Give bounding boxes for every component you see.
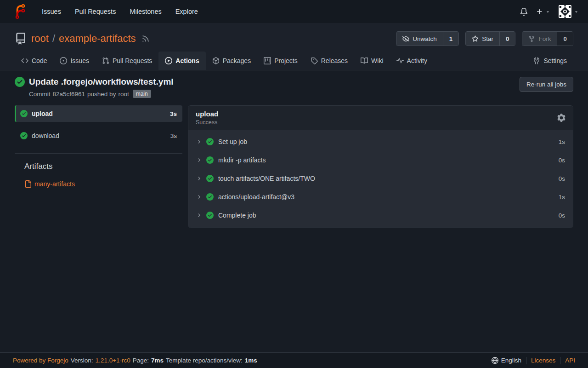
step-name: Complete job [218, 212, 256, 219]
chevron-right-icon [196, 213, 202, 218]
tab-issues[interactable]: Issues [53, 52, 95, 70]
code-icon [21, 57, 28, 64]
nav-pull-requests[interactable]: Pull Requests [68, 0, 123, 23]
breadcrumb-separator: / [52, 33, 55, 45]
success-check-icon [15, 77, 25, 87]
chevron-right-icon [196, 194, 202, 200]
issue-opened-icon [60, 57, 67, 64]
tab-settings[interactable]: Settings [526, 52, 573, 70]
tab-releases[interactable]: Releases [304, 52, 354, 70]
step-row-setup[interactable]: Set up job 1s [188, 132, 573, 151]
unwatch-button[interactable]: Unwatch [396, 32, 443, 46]
repo-tabs: Code Issues Pull Requests Actions Packag… [0, 52, 588, 70]
fork-count[interactable]: 0 [557, 32, 573, 46]
tab-actions[interactable]: Actions [158, 52, 205, 70]
globe-icon [492, 357, 498, 364]
fork-icon [528, 35, 535, 42]
rerun-all-jobs-button[interactable]: Re-run all jobs [520, 77, 573, 92]
rss-feed-icon[interactable] [141, 34, 150, 43]
step-duration: 0s [559, 212, 565, 219]
jobs-sidebar: upload 3s download 3s Artifacts many-art… [15, 105, 182, 188]
job-status-text: Success [196, 119, 218, 126]
job-detail-title: upload [196, 110, 218, 118]
nav-explore[interactable]: Explore [169, 0, 205, 23]
main-content: Update .forgejo/workflows/test.yml Commi… [0, 70, 588, 352]
star-button-group: Star 0 [465, 31, 515, 46]
version-link[interactable]: 1.21.0+1-rc0 [96, 357, 130, 364]
chevron-right-icon [196, 176, 202, 181]
success-check-icon [206, 175, 214, 182]
file-icon [24, 180, 32, 188]
watch-count[interactable]: 1 [443, 32, 459, 46]
tab-activity[interactable]: Activity [390, 52, 434, 70]
job-item-upload[interactable]: upload 3s [15, 105, 182, 122]
sidebar-divider [15, 153, 182, 154]
create-new-dropdown[interactable] [536, 8, 550, 15]
star-count[interactable]: 0 [499, 32, 515, 46]
step-duration: 1s [559, 138, 565, 145]
artifacts-section: Artifacts many-artifacts [24, 162, 182, 188]
repo-owner-link[interactable]: root [31, 33, 49, 45]
commit-sha-link[interactable]: 82a5cf6961 [53, 91, 85, 98]
star-button[interactable]: Star [466, 32, 499, 46]
success-check-icon [206, 156, 214, 164]
success-check-icon [20, 132, 28, 139]
step-name: Set up job [218, 138, 247, 145]
version-label: Version: [71, 357, 93, 364]
page-time: 7ms [151, 357, 164, 364]
artifact-link-many-artifacts[interactable]: many-artifacts [24, 180, 182, 188]
success-check-icon [20, 110, 28, 117]
branch-badge[interactable]: main [133, 90, 151, 98]
footer: Powered by Forgejo Version: 1.21.0+1-rc0… [0, 352, 588, 368]
user-avatar [559, 5, 571, 18]
forgejo-logo-icon[interactable] [13, 4, 28, 19]
tab-projects[interactable]: Projects [257, 52, 304, 70]
powered-by-link[interactable]: Powered by Forgejo [13, 357, 68, 364]
tag-icon [311, 57, 318, 64]
step-name: actions/upload-artifact@v3 [218, 193, 294, 201]
play-circle-icon [165, 57, 172, 64]
tools-icon [533, 57, 540, 64]
tab-pull-requests[interactable]: Pull Requests [96, 52, 158, 70]
gear-icon[interactable] [557, 114, 565, 122]
api-link[interactable]: API [565, 357, 575, 364]
step-name: touch artifacts/ONE artifacts/TWO [218, 175, 315, 182]
notifications-bell-icon[interactable] [520, 8, 528, 16]
step-row-touch[interactable]: touch artifacts/ONE artifacts/TWO 0s [188, 169, 573, 188]
job-detail-header: upload Success [188, 106, 573, 130]
licenses-link[interactable]: Licenses [531, 357, 555, 364]
job-steps-list: Set up job 1s mkdir -p artifacts 0s touc… [188, 130, 573, 228]
repo-header: root / example-artifacts Unwatch 1 Star … [0, 23, 588, 70]
repo-name-link[interactable]: example-artifacts [59, 33, 136, 45]
book-icon [361, 57, 368, 64]
footer-divider [560, 357, 560, 364]
tab-code[interactable]: Code [15, 52, 53, 70]
job-duration: 3s [170, 132, 177, 139]
success-check-icon [206, 138, 214, 145]
step-duration: 0s [559, 157, 565, 164]
language-selector[interactable]: English [492, 357, 521, 364]
nav-milestones[interactable]: Milestones [123, 0, 168, 23]
template-time: 1ms [245, 357, 257, 364]
user-menu-dropdown[interactable] [559, 5, 579, 18]
chevron-down-icon [574, 9, 579, 14]
package-icon [212, 57, 220, 64]
footer-divider [526, 357, 526, 364]
step-duration: 0s [559, 175, 565, 182]
pulse-icon [396, 57, 404, 64]
job-name: download [32, 132, 59, 139]
fork-button: Fork [522, 32, 557, 46]
plus-icon [536, 8, 543, 15]
job-item-download[interactable]: download 3s [15, 127, 182, 144]
git-pull-request-icon [102, 57, 109, 64]
project-board-icon [264, 57, 271, 64]
step-row-upload-artifact[interactable]: actions/upload-artifact@v3 1s [188, 188, 573, 206]
step-row-mkdir[interactable]: mkdir -p artifacts 0s [188, 151, 573, 169]
commit-line: Commit 82a5cf6961 pushed by root main [29, 90, 174, 98]
run-title: Update .forgejo/workflows/test.yml [29, 77, 174, 87]
tab-packages[interactable]: Packages [206, 52, 257, 70]
tab-wiki[interactable]: Wiki [354, 52, 390, 70]
commit-author-link[interactable]: root [118, 91, 129, 98]
step-row-complete[interactable]: Complete job 0s [188, 206, 573, 224]
nav-issues[interactable]: Issues [35, 0, 68, 23]
